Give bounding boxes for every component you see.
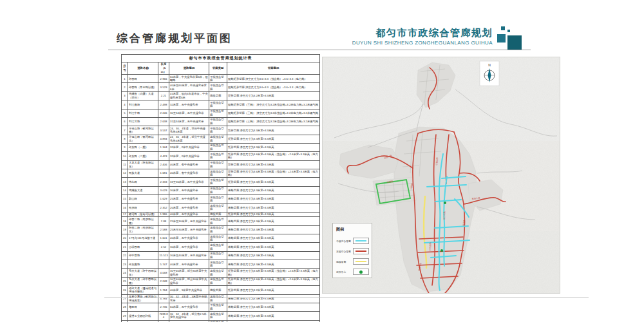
table-cell: 支线综合管廊 — [209, 294, 227, 303]
table-cell: 3.537 — [158, 126, 169, 135]
logo-square — [497, 34, 506, 43]
table-cell: 17 — [122, 212, 128, 217]
table-cell: 单舱管廊 净空尺寸为3.3米宽×3.3米高 — [227, 243, 320, 251]
table-cell: 双舱矩形管廊（三舱） 净空尺寸为3.2米综合舱+3.2米电力舱+3.2米燃气舱 — [227, 109, 320, 117]
table-row: 4剑江南路2.49832米宽，无中央绿化带干线综合管廊双舱矩形管廊（三舱） 净空… — [122, 100, 320, 109]
table-cell: 单舱管廊 净空尺寸为3.3米宽×3.3米高 — [227, 234, 320, 243]
table-cell: 30至40米宽，部分30米宽中央绿化带 — [169, 277, 209, 285]
map-legend: 图例 干线综合管廊 支线综合管廊 缆线管廊 监控中心 — [332, 223, 372, 278]
table-cell: 黔山路 — [128, 194, 158, 203]
legend-item-cable: 缆线管廊 — [336, 256, 372, 267]
table-cell: 4.894 — [158, 135, 169, 143]
table-cell: 矩形管廊 净空尺寸为3.2米宽×3.3米高 — [227, 212, 320, 217]
table-cell: 2.352 — [158, 204, 169, 212]
table-cell: 2.498 — [158, 100, 169, 109]
table-cell: 25 — [122, 277, 128, 285]
brand-block: 都匀市市政综合管廊规划 DUYUN SHI SHIZHENG ZONGHEGUA… — [296, 27, 493, 46]
table-cell: 9 — [122, 143, 128, 151]
page-title: 综合管廊规划平面图 — [117, 31, 232, 46]
table-cell: 支线综合管廊 — [209, 204, 227, 212]
table-cell: 环中西路 — [128, 251, 158, 260]
table-cell: 双舱矩形管廊 净空尺寸为3.6×3.3（综合舱）+3.6×3.3（电力舱） — [227, 75, 320, 83]
table-cell: 15.513 — [158, 251, 169, 260]
table-cell: 干线综合管廊 — [209, 117, 227, 126]
table-cell: 纬姗街大道 — [128, 186, 158, 194]
table-cell: 3.529 — [158, 83, 169, 91]
table-cell: 32米宽，无中央绿化带 — [169, 100, 209, 109]
table-row: 22环中西路15.51330米至40米宽，无中央绿化带支线综合管廊单舱管廊 净空… — [122, 251, 320, 260]
table-cell: 支线综合管廊 — [209, 260, 227, 269]
table-cell: 支线综合管廊 — [209, 143, 227, 151]
table-cell: 28 — [122, 303, 128, 311]
table-cell: 25米至30米宽，无中央绿化带 — [169, 225, 209, 234]
table-cell: 3.029 — [158, 186, 169, 194]
legend-label: 监控中心 — [336, 270, 353, 274]
table-cell: 支线综合管廊 — [209, 225, 227, 234]
table-cell: 矩形管廊 净空尺寸为3.3米宽×3.3米高 — [227, 160, 320, 169]
table-cell: 21 — [122, 243, 128, 251]
table-cell: 1 — [122, 75, 128, 83]
table-row: 9环东路（一期）1.34432米宽，2米中央绿化带支线综合管廊矩形管廊 净空尺寸… — [122, 143, 320, 151]
table-cell: 海田路 — [128, 303, 158, 311]
table-cell: 29 — [122, 312, 128, 320]
table-cell: 41米宽，双向6车道布设，中央绿化带宽6米 — [169, 91, 209, 100]
table-header-row: 序号 道路名称 长度（km） 道路概况 管廊类型 管廊概况 — [122, 62, 320, 74]
table-cell: 7698.84 — [158, 312, 169, 320]
table-row: 11大龙大道（环东路以东）2.40640米宽，有中央绿化带干线综合管廊矩形管廊 … — [122, 160, 320, 169]
table-cell: 1.681 — [158, 169, 169, 177]
table-cell: 大龙大道（环东路以东） — [128, 160, 158, 169]
table-cell: 环东路（一期） — [128, 143, 158, 151]
table-cell: 单舱管廊 净空尺寸为3.3米宽×3.3米高 — [227, 312, 320, 320]
table-cell: 33至36米宽，无中央绿化带 — [169, 178, 209, 186]
table-cell: 4.068 — [158, 269, 169, 277]
table-cell: 环东路（二期） — [128, 152, 158, 160]
table-cell: 4 — [122, 100, 128, 109]
table-cell: 60米宽，无中央绿化带 — [169, 303, 209, 311]
table-cell: 剑江南路 — [128, 100, 158, 109]
table-cell: 矩形管廊 净空尺寸为3.3米宽×3.3米高 — [227, 126, 320, 135]
table-cell: 2.246 — [158, 109, 169, 117]
table-cell: 5 — [122, 109, 128, 117]
brand-logo-squares-icon — [497, 26, 527, 55]
logo-square — [501, 26, 505, 30]
table-cell: 单舱管廊 净空尺寸为3.3米宽×3.3米高 — [227, 260, 320, 269]
col-header-gallery-type: 管廊类型 — [209, 62, 227, 74]
legend-label: 缆线管廊 — [336, 260, 353, 263]
table-cell: 支线综合管廊 — [209, 169, 227, 177]
table-cell: 30至40米宽，部分30米宽中央绿化带 — [169, 269, 209, 277]
legend-label: 干线综合管廊 — [336, 240, 353, 243]
table-cell: 1.784 — [158, 286, 169, 294]
table-row: 28海田路2.73660米宽，无中央绿化带干线综合管廊单舱管廊 净空尺寸为3.3… — [122, 303, 320, 311]
gallery-table-body: 都匀市市政综合管廊规划统计表 序号 道路名称 长度（km） 道路概况 管廊类型 … — [122, 55, 320, 322]
legend-swatch-branch — [353, 248, 369, 254]
table-cell: 干线综合管廊 — [209, 75, 227, 83]
table-row: 14纬姗街大道3.02930米宽，无中央绿化带支线综合管廊单舱管廊 净空尺寸为3… — [122, 186, 320, 194]
table-cell: 20 — [122, 234, 128, 243]
table-cell: 环西二路（民朋路以南） — [128, 217, 158, 225]
table-cell: 25米至30米宽，无中央绿化带 — [169, 217, 209, 225]
table-cell: 矩形管廊 净空尺寸为3.2米宽×3.3米高 — [227, 286, 320, 294]
table-cell: 3 — [122, 91, 128, 100]
table-cell: 支线综合管廊 — [209, 135, 227, 143]
table-cell: 干线综合管廊 — [209, 160, 227, 169]
table-cell: 斗篷山路（银河路以南） — [128, 126, 158, 135]
table-cell: 24、30、4车道，部分中央绿化带4米宽 — [169, 126, 209, 135]
table-row: 13纬九路2.33333至36米宽，无中央绿化带干线综合管廊矩形管廊 净空尺寸为… — [122, 178, 320, 186]
table-cell: 2.21 — [158, 91, 169, 100]
table-cell: 支线综合管廊 — [209, 251, 227, 260]
table-cell: 6 — [122, 117, 128, 126]
table-cell: 环西路（甲石路以南） — [128, 83, 158, 91]
table-cell: 16 — [122, 204, 128, 212]
table-cell: 单舱管廊 净空尺寸为3.3米宽×3.3米高 — [227, 225, 320, 234]
table-cell: 干线综合管廊 — [209, 109, 227, 117]
table-cell: 环西路 — [128, 75, 158, 83]
header-divider — [108, 50, 531, 50]
table-cell: 双舱矩形管廊（三舱） 净空尺寸为3.2米综合舱+3.2米电力舱+3.2米燃气舱 — [227, 100, 320, 109]
table-cell: 剑江北路 — [128, 117, 158, 126]
table-cell: 5.747 — [158, 260, 169, 269]
table-row: 12民族大道1.68140米宽，有中央绿化带支线综合管廊矩形管廊 净空尺寸为3.… — [122, 169, 320, 177]
table-cell: 30米至40米宽，无中央绿化带 — [169, 251, 209, 260]
table-row: 24毛尖大道（环中西路以东）4.06830至40米宽，部分30米宽中央绿化带支线… — [122, 269, 320, 277]
table-cell: 10 — [122, 152, 128, 160]
table-row: 25毛尖大道（环中西路以南）2.24830至40米宽，部分30米宽中央绿化带支线… — [122, 277, 320, 285]
